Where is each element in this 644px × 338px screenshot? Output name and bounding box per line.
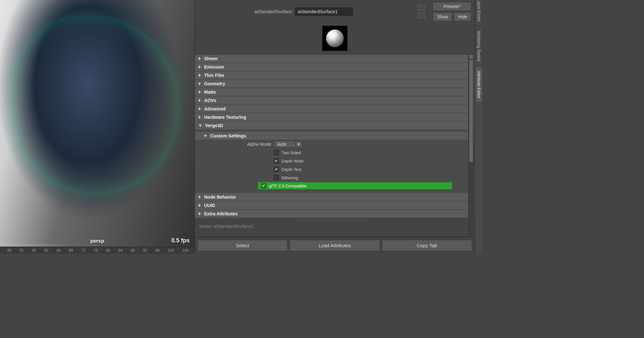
resize-handle-icon[interactable]: • • • • • • • • • • • • • • • • • • (195, 218, 475, 222)
dithering-checkbox[interactable] (274, 175, 279, 180)
two-sided-checkbox[interactable] (274, 150, 279, 155)
section-sheen[interactable]: Sheen (195, 54, 475, 63)
chevron-right-icon (199, 204, 201, 207)
show-button[interactable]: Show (433, 12, 452, 21)
camera-label: persp (0, 238, 194, 244)
section-node-behavior[interactable]: Node Behavior (195, 193, 475, 201)
section-verge3d[interactable]: Verge3D (195, 121, 475, 130)
timeline-tick: 104 (182, 248, 189, 253)
section-geometry[interactable]: Geometry (195, 80, 475, 88)
depth-write-checkbox[interactable] (274, 158, 279, 164)
section-title: Sheen (204, 56, 218, 61)
depth-test-label: Depth Test (281, 167, 301, 172)
two-sided-label: Two Sided (281, 150, 301, 155)
section-aovs[interactable]: AOVs (195, 96, 475, 105)
chevron-right-icon (199, 107, 201, 110)
section-title: Advanced (204, 106, 226, 111)
viewport-scene[interactable] (0, 0, 194, 244)
gltf-compatible-row[interactable]: glTF 2.0 Compatible (258, 182, 452, 189)
attribute-header: aiStandardSurface: aiStandardSurface1 Pr… (195, 0, 475, 24)
depth-write-label: Depth Write (281, 159, 303, 164)
timeline-tick: 48 (7, 248, 11, 253)
section-title: Extra Attributes (204, 211, 238, 216)
section-matte[interactable]: Matte (195, 88, 475, 96)
chevron-right-icon (199, 212, 201, 215)
material-sphere-icon (326, 29, 344, 47)
chevron-right-icon (199, 90, 201, 94)
chevron-right-icon (199, 65, 201, 69)
gltf-compatible-label: glTF 2.0 Compatible (269, 183, 307, 188)
section-advanced[interactable]: Advanced (195, 105, 475, 113)
section-uuid[interactable]: UUID (195, 201, 475, 210)
section-title: Thin Film (204, 73, 224, 78)
chevron-right-icon (199, 82, 201, 85)
timeline-tick: 56 (32, 248, 36, 253)
side-tabs: Layer Editor Modeling Toolkit Attribute … (475, 0, 483, 254)
section-extra-attributes[interactable]: Extra Attributes (195, 210, 475, 218)
attribute-sections[interactable]: Sheen Emission Thin Film Geometry Matte … (195, 54, 475, 237)
chevron-right-icon (199, 57, 201, 60)
section-title: Hardware Texturing (204, 115, 246, 120)
attribute-footer: Select Load Attributes Copy Tab (195, 237, 475, 254)
chevron-right-icon (199, 116, 201, 119)
section-title: Node Behavior (204, 194, 236, 200)
timeline-tick: 52 (19, 248, 24, 253)
timeline-tick: 100 (168, 248, 174, 253)
section-hardware-texturing[interactable]: Hardware Texturing (195, 113, 475, 121)
tab-layer-editor[interactable]: Layer Editor (475, 0, 483, 26)
dithering-label: Dithering (281, 175, 298, 180)
chevron-down-icon (199, 125, 202, 127)
scrollbar[interactable] (468, 54, 474, 237)
alpha-mode-label: Alpha Mode (195, 142, 274, 147)
scroll-up-icon[interactable] (469, 54, 473, 59)
copy-tab-button[interactable]: Copy Tab (382, 240, 472, 251)
section-verge3d-body: Custom Settings Alpha Mode Auto ▼ Two Si… (195, 130, 475, 193)
material-preview (195, 24, 475, 54)
tab-attribute-editor[interactable]: Attribute Editor (475, 67, 483, 103)
gltf-compatible-checkbox[interactable] (261, 183, 266, 188)
select-button[interactable]: Select (197, 240, 288, 251)
timeline-tick: 80 (106, 248, 110, 253)
timeline-tick: 92 (143, 248, 147, 253)
notes-label: Notes: aiStandardSurface1 (195, 222, 475, 229)
focus-output-icon[interactable] (418, 13, 425, 18)
section-title: UUID (204, 203, 215, 208)
tab-modeling-toolkit[interactable]: Modeling Toolkit (475, 27, 483, 65)
depth-test-checkbox[interactable] (274, 167, 279, 172)
focus-input-icon[interactable] (418, 5, 425, 11)
dropdown-caret-icon[interactable]: ▼ (295, 141, 302, 148)
alpha-mode-dropdown[interactable]: Auto (274, 141, 295, 148)
chevron-right-icon (199, 74, 201, 77)
material-swatch[interactable] (322, 26, 347, 51)
load-attributes-button[interactable]: Load Attributes (289, 240, 380, 251)
timeline-tick: 64 (56, 248, 61, 253)
presets-button[interactable]: Presets* (433, 2, 471, 11)
timeline-tick: 88 (131, 248, 135, 253)
mesh-wireframe[interactable] (11, 16, 179, 193)
section-title: AOVs (204, 98, 216, 103)
section-title: Matte (204, 89, 216, 95)
scroll-thumb[interactable] (469, 60, 473, 163)
attribute-editor-panel: aiStandardSurface: aiStandardSurface1 Pr… (195, 0, 475, 254)
node-type-label: aiStandardSurface: (198, 9, 293, 14)
timeline-tick: 84 (118, 248, 122, 253)
timeline-tick: 96 (155, 248, 159, 253)
section-title: Geometry (204, 81, 225, 86)
subsection-title: Custom Settings (210, 133, 246, 138)
viewport[interactable]: persp 0.5 fps 48 52 56 60 64 68 72 76 80… (0, 0, 195, 254)
timeline-tick: 72 (81, 248, 85, 253)
chevron-down-icon (204, 135, 207, 137)
timeline-tick: 76 (94, 248, 98, 253)
subsection-custom-settings[interactable]: Custom Settings (195, 132, 475, 140)
fps-indicator: 0.5 fps (171, 237, 190, 244)
section-title: Emission (204, 64, 224, 70)
timeline-tick: 60 (44, 248, 48, 253)
timeline[interactable]: 48 52 56 60 64 68 72 76 80 84 88 92 96 1… (0, 247, 194, 254)
chevron-right-icon (199, 195, 201, 199)
section-thin-film[interactable]: Thin Film (195, 71, 475, 80)
section-title: Verge3D (205, 123, 223, 128)
node-name-field[interactable]: aiStandardSurface1 (295, 7, 353, 16)
hide-button[interactable]: Hide (454, 12, 471, 21)
chevron-right-icon (199, 99, 201, 102)
section-emission[interactable]: Emission (195, 63, 475, 71)
